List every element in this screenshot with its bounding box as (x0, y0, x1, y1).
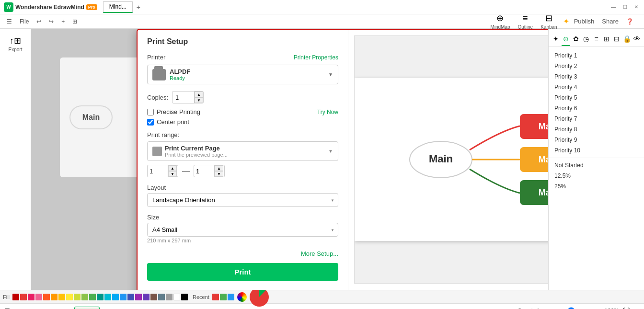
color-swatch-pink-light[interactable] (35, 294, 42, 300)
add-tab-button[interactable]: + (133, 2, 144, 12)
range-from-down[interactable]: ▼ (168, 171, 177, 177)
color-swatch-teal[interactable] (97, 294, 104, 300)
recent-swatch-3[interactable] (228, 294, 234, 300)
range-from-up[interactable]: ▲ (168, 165, 177, 171)
bottom-fit-button[interactable]: ⊞ (14, 308, 19, 309)
help-button[interactable]: ❓ (623, 17, 636, 26)
bottom-menu-button[interactable]: ☰ (5, 308, 10, 309)
color-swatch-light-blue[interactable] (112, 294, 119, 300)
color-swatch-grey[interactable] (166, 294, 172, 300)
fullscreen-button[interactable]: ⛶ (623, 307, 630, 309)
color-swatch-deep-purple[interactable] (143, 294, 150, 300)
priority-item-1[interactable]: Priority 1 (549, 50, 644, 61)
priority-tab[interactable]: ⊙ (562, 33, 570, 46)
layout-select[interactable]: Landscape Orientation Portrait Orientati… (147, 193, 338, 207)
priority-item-10[interactable]: Priority 10 (549, 145, 644, 156)
template-button[interactable]: ⊞ (69, 17, 80, 26)
color-swatch-deep-orange[interactable] (43, 294, 50, 300)
kanban-tool[interactable]: ⊟ Kanban (540, 13, 557, 30)
image-tab[interactable]: ⊟ (612, 33, 621, 46)
lock-tab[interactable]: 🔒 (623, 33, 631, 46)
copies-down-button[interactable]: ▼ (195, 97, 203, 103)
priority-item-3[interactable]: Priority 3 (549, 71, 644, 82)
undo-button[interactable]: ↩ (34, 17, 44, 26)
percentage-2-item[interactable]: 25% (549, 181, 644, 192)
zoom-in-button[interactable]: ⊞ (595, 307, 600, 309)
not-started-item[interactable]: Not Started (549, 160, 644, 171)
color-swatch-lime[interactable] (74, 294, 80, 300)
color-swatch-white[interactable] (173, 294, 180, 300)
percentage-1-item[interactable]: 12.5% (549, 171, 644, 181)
page-range-select[interactable]: Print Current Page Print the previewed p… (147, 141, 338, 161)
color-swatch-indigo[interactable] (127, 294, 134, 300)
print-button[interactable]: Print (147, 263, 338, 281)
recent-swatch-2[interactable] (220, 294, 227, 300)
color-swatch-red[interactable] (20, 294, 27, 300)
color-swatch-black[interactable] (181, 294, 188, 300)
canvas-zoom-slider[interactable] (552, 307, 591, 309)
range-to-up[interactable]: ▲ (215, 165, 223, 171)
color-swatch-purple[interactable] (135, 294, 142, 300)
precise-printing-checkbox[interactable] (147, 109, 154, 115)
close-button[interactable]: ✕ (632, 3, 640, 11)
printer-select[interactable]: ALPDF Ready ▼ (147, 65, 338, 84)
priority-item-6[interactable]: Priority 6 (549, 103, 644, 114)
copies-input[interactable] (172, 92, 194, 103)
zoom-out-button[interactable]: ⊟ (543, 307, 549, 309)
bottom-expand-button[interactable]: ↕ (23, 308, 25, 309)
color-swatch-blue[interactable] (120, 294, 126, 300)
color-swatch-cyan[interactable] (104, 294, 111, 300)
priority-item-7[interactable]: Priority 7 (549, 114, 644, 124)
color-swatch-orange[interactable] (51, 294, 58, 300)
color-swatch-yellow[interactable] (66, 294, 73, 300)
mindmap-tool[interactable]: ⊕ MindMap (490, 13, 510, 30)
add-page-button[interactable]: + (58, 17, 68, 26)
inactive-page-tab[interactable]: Page-1 (38, 307, 62, 309)
priority-item-4[interactable]: Priority 4 (549, 82, 644, 92)
outline-tool[interactable]: ≡ Outline (518, 13, 533, 30)
range-from-input[interactable] (148, 166, 168, 176)
range-to-down[interactable]: ▼ (215, 171, 223, 177)
settings-tab[interactable]: ✿ (572, 33, 580, 46)
color-swatch-light-green[interactable] (81, 294, 88, 300)
range-to-input[interactable] (194, 166, 214, 176)
size-select[interactable]: A4 Small A4 Letter (147, 223, 338, 237)
redo-button[interactable]: ↪ (46, 17, 57, 26)
color-swatch-pink[interactable] (28, 294, 34, 300)
try-now-link[interactable]: Try Now (317, 109, 338, 115)
color-swatch-green[interactable] (89, 294, 96, 300)
sidebar-toggle-button[interactable]: ⊟ (633, 307, 639, 309)
color-picker-button[interactable] (237, 292, 247, 302)
color-swatch-red-dark[interactable] (12, 294, 19, 300)
share-button[interactable]: Share (599, 17, 621, 26)
add-page-bottom-button[interactable]: + (66, 307, 70, 309)
maximize-button[interactable]: ☐ (621, 3, 629, 11)
color-swatch-brown[interactable] (150, 294, 157, 300)
menu-button[interactable]: ☰ (4, 17, 15, 26)
color-swatch-blue-grey[interactable] (158, 294, 165, 300)
active-page-tab[interactable]: Page-1 (74, 307, 100, 309)
priority-item-5[interactable]: Priority 5 (549, 92, 644, 103)
color-swatch-amber[interactable] (58, 294, 65, 300)
window-controls[interactable]: — ☐ ✕ (610, 3, 640, 11)
eye-tab[interactable]: 👁 (633, 33, 641, 46)
file-button[interactable]: File (17, 17, 32, 26)
bottom-collapse-button[interactable]: ⊟ (29, 308, 34, 309)
sparkle-tab[interactable]: ✦ (552, 33, 560, 46)
center-print-checkbox[interactable] (147, 119, 154, 126)
printer-properties-link[interactable]: Printer Properties (294, 54, 338, 61)
priority-item-2[interactable]: Priority 2 (549, 61, 644, 71)
copies-up-button[interactable]: ▲ (195, 92, 203, 97)
active-tab[interactable]: Mind... (103, 1, 133, 13)
priority-item-8[interactable]: Priority 8 (549, 124, 644, 135)
grid-tab[interactable]: ⊞ (602, 33, 610, 46)
clock-tab[interactable]: ◷ (582, 33, 590, 46)
list-tab[interactable]: ≡ (592, 33, 600, 46)
export-tool[interactable]: ↑⊞ Export (6, 33, 25, 55)
minimize-button[interactable]: — (610, 3, 617, 11)
more-setup-link[interactable]: More Setup... (147, 250, 338, 257)
priority-item-9[interactable]: Priority 9 (549, 135, 644, 145)
color-wheel[interactable] (250, 287, 269, 307)
recent-swatch-1[interactable] (212, 294, 219, 300)
publish-button[interactable]: Publish (571, 17, 598, 26)
